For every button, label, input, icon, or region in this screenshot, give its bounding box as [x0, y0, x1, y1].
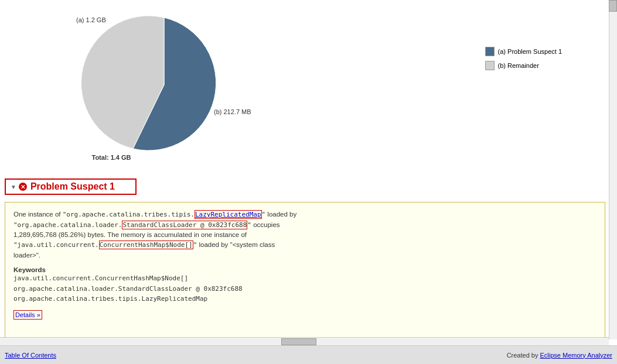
footer: Table Of Contents Created by Eclipse Mem… — [0, 345, 617, 364]
problem-suspect-title: Problem Suspect 1 — [30, 181, 115, 192]
legend-label-a: (a) Problem Suspect 1 — [498, 48, 562, 55]
created-by-text: Created by — [507, 352, 540, 359]
content-box: One instance of "org.apache.catalina.tri… — [5, 202, 605, 344]
keywords-section: Keywords java.util.concurrent.Concurrent… — [13, 266, 596, 304]
keyword-1: java.util.concurrent.ConcurrentHashMap$N… — [13, 273, 596, 284]
vertical-scrollbar-thumb[interactable] — [609, 0, 617, 12]
legend-item-a: (a) Problem Suspect 1 — [485, 47, 562, 56]
pie-label-a: (a) 1.2 GB — [76, 16, 106, 23]
table-of-contents-link[interactable]: Table Of Contents — [5, 352, 56, 359]
pie-label-b: (b) 212.7 MB — [214, 108, 293, 115]
legend: (a) Problem Suspect 1 (b) Remainder — [485, 47, 562, 75]
details-link[interactable]: Details » — [13, 310, 42, 320]
pie-total: Total: 1.4 GB — [91, 154, 131, 161]
chart-area: (a) 1.2 GB (b) 212.7 MB Total: 1.4 GB (a… — [0, 0, 609, 173]
desc-before: One instance of — [13, 211, 63, 218]
legend-color-a — [485, 47, 495, 56]
pie-chart: (a) 1.2 GB (b) 212.7 MB Total: 1.4 GB — [59, 6, 258, 164]
error-icon: ✕ — [19, 183, 27, 191]
footer-right: Created by Eclipse Memory Analyzer — [507, 352, 612, 359]
legend-item-b: (b) Remainder — [485, 61, 562, 70]
problem-suspect-header: ▼ ✕ Problem Suspect 1 — [5, 178, 137, 195]
chevron-icon: ▼ — [11, 184, 16, 190]
vertical-scrollbar-track — [609, 0, 617, 339]
legend-color-b — [485, 61, 495, 70]
main-container: (a) 1.2 GB (b) 212.7 MB Total: 1.4 GB (a… — [0, 0, 617, 364]
standardclassloader-box: StandardClassLoader @ 0x823fc688 — [122, 221, 247, 229]
system-class-loader: <system class — [233, 241, 275, 248]
legend-label-b: (b) Remainder — [498, 62, 539, 69]
desc-loaded-by2: loaded by " — [197, 241, 232, 248]
hscroll-thumb[interactable] — [281, 338, 316, 345]
desc-occupies: occupies — [251, 221, 280, 228]
keywords-list: java.util.concurrent.ConcurrentHashMap$N… — [13, 273, 596, 304]
lazyreplicated-link[interactable]: LazyReplicatedMap — [195, 210, 262, 219]
eclipse-memory-analyzer-link[interactable]: Eclipse Memory Analyzer — [540, 352, 613, 359]
keyword-2: org.apache.catalina.loader.StandardClass… — [13, 284, 596, 294]
horizontal-scrollbar[interactable] — [0, 337, 609, 345]
keyword-3: org.apache.catalina.tribes.tipis.LazyRep… — [13, 294, 596, 304]
content-description: One instance of "org.apache.catalina.tri… — [13, 210, 596, 260]
desc-loader-end: loader>". — [13, 252, 40, 259]
desc-bytes: 1,289,695,768 (85.26%) bytes. The memory… — [13, 231, 247, 238]
concurrenthashmap-box: ConcurrentHashMap$Node[] — [99, 241, 193, 249]
keywords-title: Keywords — [13, 266, 596, 273]
desc-loaded-by: loaded by — [265, 211, 296, 218]
